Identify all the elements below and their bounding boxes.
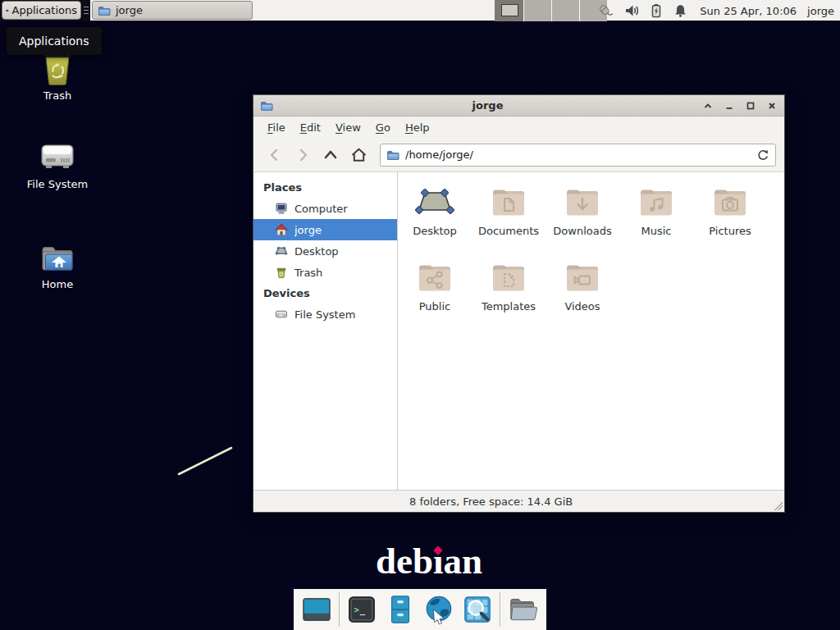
terminal-launcher[interactable]: > _ [345, 593, 378, 626]
applications-label: Applications [12, 4, 77, 16]
sidebar-header-places: Places [253, 177, 397, 198]
file-manager-launcher[interactable] [384, 593, 417, 626]
applications-tooltip: Applications [7, 27, 102, 55]
sidebar-item-label: Trash [294, 267, 322, 279]
back-button[interactable] [262, 143, 288, 167]
statusbar: 8 folders, Free space: 14.4 GiB [253, 490, 784, 512]
file-item-music[interactable]: Music [619, 182, 693, 258]
wallpaper-line [174, 443, 236, 479]
applications-menu-button[interactable]: Applications [2, 1, 81, 20]
panel-clock[interactable]: Sun 25 Apr, 10:06 [700, 5, 797, 17]
sidebar-item-jorge[interactable]: jorge [253, 219, 397, 240]
home-button[interactable] [345, 143, 372, 167]
statusbar-text: 8 folders, Free space: 14.4 GiB [409, 495, 573, 508]
show-desktop-button[interactable] [300, 593, 333, 626]
folder-documents-icon [489, 182, 528, 221]
workspace-1[interactable] [495, 0, 523, 21]
desktop-icon-file-system[interactable]: File System [23, 138, 92, 190]
file-label: Documents [478, 225, 539, 237]
file-grid: Desktop Documents [398, 172, 784, 490]
sidebar-item-file-system[interactable]: File System [253, 304, 397, 325]
location-bar[interactable]: /home/jorge/ [380, 144, 776, 167]
file-label: Pictures [709, 225, 751, 237]
file-item-pictures[interactable]: Pictures [693, 182, 767, 258]
back-icon [267, 147, 283, 163]
logo-text: an [444, 541, 483, 582]
menu-go[interactable]: Go [368, 119, 398, 136]
hard-drive-icon [275, 308, 288, 321]
file-item-templates[interactable]: Templates [472, 258, 546, 333]
file-label: Downloads [553, 225, 611, 237]
file-item-downloads[interactable]: Downloads [546, 182, 619, 258]
app-finder-icon [462, 594, 493, 625]
shade-button[interactable] [702, 100, 714, 112]
up-button[interactable] [317, 143, 344, 167]
window-icon [260, 99, 273, 112]
workspace-switcher[interactable] [495, 0, 607, 21]
svg-text:_: _ [360, 605, 366, 615]
toolbar: /home/jorge/ [253, 138, 784, 172]
path-input[interactable]: /home/jorge/ [405, 148, 751, 161]
file-item-desktop[interactable]: Desktop [398, 182, 472, 258]
app-finder-launcher[interactable] [461, 593, 494, 626]
sidebar-item-computer[interactable]: Computer [253, 198, 397, 219]
workspace-3[interactable] [551, 0, 579, 21]
menu-view[interactable]: View [328, 119, 368, 136]
svg-text:>: > [354, 605, 359, 614]
hard-drive-icon [38, 138, 77, 176]
menubar: File Edit View Go Help [253, 116, 784, 138]
show-desktop-icon [301, 594, 332, 625]
file-item-documents[interactable]: Documents [472, 182, 546, 258]
window-controls [702, 100, 778, 112]
forward-button[interactable] [290, 143, 316, 167]
sidebar-item-label: Computer [294, 203, 348, 215]
battery-icon[interactable] [650, 3, 663, 18]
reload-icon[interactable] [756, 148, 769, 162]
web-browser-icon [423, 594, 454, 625]
directory-menu-button[interactable] [506, 593, 539, 626]
desktop-icon-label: Trash [23, 89, 92, 102]
folder-pictures-icon [710, 182, 750, 221]
resize-grip[interactable] [772, 500, 783, 510]
applications-icon [6, 4, 9, 17]
file-label: Videos [564, 300, 600, 313]
desktop: Applications jorge [0, 0, 840, 630]
panel-handle[interactable] [84, 7, 89, 15]
maximize-button[interactable] [745, 100, 756, 112]
minimize-button[interactable] [724, 100, 735, 112]
web-browser-launcher[interactable] [422, 593, 455, 626]
menu-edit[interactable]: Edit [293, 119, 328, 136]
menu-file[interactable]: File [260, 119, 293, 136]
system-tray [596, 3, 687, 19]
close-button[interactable] [766, 100, 778, 112]
volume-icon[interactable] [624, 3, 639, 18]
menu-help[interactable]: Help [398, 119, 437, 136]
sidebar-item-trash[interactable]: Trash [253, 262, 397, 283]
panel-right-area: Sun 25 Apr, 10:06 jorge [596, 0, 840, 21]
taskbar-window-button[interactable]: jorge [92, 1, 253, 20]
mouse-icon[interactable] [596, 3, 614, 19]
dock-separator [339, 592, 340, 627]
computer-icon [275, 202, 288, 215]
file-label: Templates [482, 300, 536, 313]
notifications-bell-icon[interactable] [673, 3, 687, 18]
workspace-2[interactable] [523, 0, 551, 21]
window-folder-icon [98, 4, 111, 17]
window-body: Places Computer [253, 172, 784, 490]
window-titlebar[interactable]: jorge [253, 95, 784, 116]
desktop-icon-label: Home [23, 278, 92, 290]
sidebar-item-label: File System [294, 308, 355, 321]
desktop-icon [275, 244, 288, 258]
folder-music-icon [637, 182, 676, 221]
file-item-videos[interactable]: Videos [546, 258, 619, 333]
logo-text: deb [376, 541, 433, 582]
terminal-icon: > _ [346, 594, 377, 625]
desktop-icon-home[interactable]: Home [23, 238, 92, 290]
file-item-public[interactable]: Public [398, 258, 472, 333]
debian-wordmark: debıan [376, 541, 482, 582]
panel-username[interactable]: jorge [807, 5, 834, 17]
up-icon [322, 147, 339, 163]
file-label: Public [419, 300, 450, 313]
logo-i: ı [433, 541, 444, 582]
sidebar-item-desktop[interactable]: Desktop [253, 240, 397, 262]
